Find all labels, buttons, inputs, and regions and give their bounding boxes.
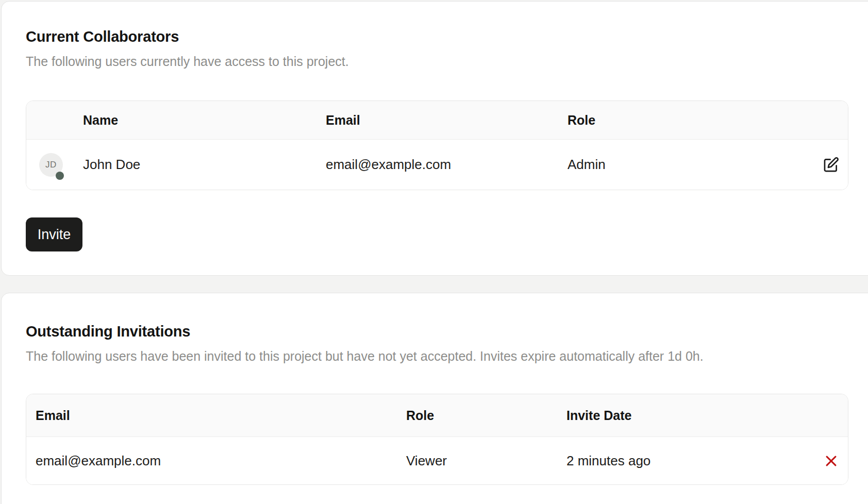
collaborators-table-header: Name Email Role <box>26 101 848 140</box>
column-header-email: Email <box>26 408 406 423</box>
outstanding-invitations-description: The following users have been invited to… <box>26 348 868 364</box>
column-header-name: Name <box>83 113 326 128</box>
avatar: JD <box>39 153 63 177</box>
current-collaborators-description: The following users currently have acces… <box>26 53 868 70</box>
invite-button[interactable]: Invite <box>26 217 82 251</box>
invitation-actions-cell <box>814 454 848 468</box>
revoke-invitation-button[interactable] <box>824 454 838 468</box>
column-header-role: Role <box>406 408 566 423</box>
collaborator-actions-cell <box>814 156 848 174</box>
collaborator-email: email@example.com <box>326 157 567 173</box>
invitation-invite-date: 2 minutes ago <box>566 453 814 469</box>
x-icon <box>824 454 838 468</box>
outstanding-invitations-card: Outstanding Invitations The following us… <box>1 293 868 504</box>
current-collaborators-title: Current Collaborators <box>26 26 868 47</box>
collaborator-row: JD John Doe email@example.com Admin <box>26 140 848 190</box>
avatar-initials: JD <box>45 160 57 170</box>
collaborator-name: John Doe <box>83 157 326 173</box>
invitation-email: email@example.com <box>26 453 406 469</box>
invitation-row: email@example.com Viewer 2 minutes ago <box>26 437 848 484</box>
invitations-table-header: Email Role Invite Date <box>26 394 848 437</box>
collaborators-table: Name Email Role JD John Doe email@exampl… <box>26 100 848 190</box>
invitation-role: Viewer <box>406 453 566 469</box>
column-header-role: Role <box>567 113 814 128</box>
column-header-invite-date: Invite Date <box>566 408 814 423</box>
outstanding-invitations-title: Outstanding Invitations <box>26 321 868 342</box>
pencil-square-icon <box>822 156 840 174</box>
column-header-email: Email <box>326 113 567 128</box>
avatar-cell: JD <box>26 153 83 177</box>
collaborator-role: Admin <box>567 157 814 173</box>
edit-collaborator-button[interactable] <box>822 156 840 174</box>
invitations-table: Email Role Invite Date email@example.com… <box>26 394 848 485</box>
online-status-dot <box>56 172 64 180</box>
current-collaborators-card: Current Collaborators The following user… <box>1 1 868 276</box>
